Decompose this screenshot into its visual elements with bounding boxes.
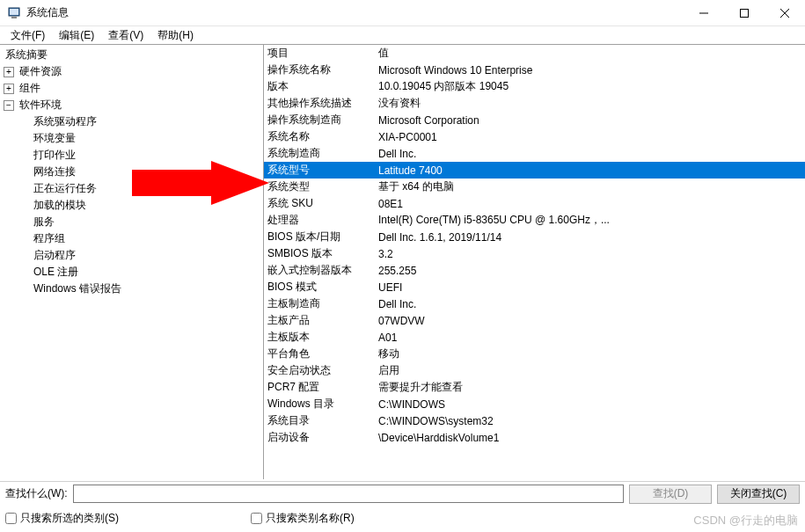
- tree-running-tasks[interactable]: 正在运行任务: [0, 180, 263, 197]
- detail-name: 系统目录: [267, 413, 378, 428]
- body-area: 系统摘要 + 硬件资源 + 组件 − 软件环境 系统驱动程序 环境变量 打印作业…: [0, 44, 805, 479]
- minimize-button[interactable]: [684, 0, 724, 26]
- detail-row[interactable]: 系统名称XIA-PC0001: [264, 128, 805, 145]
- detail-row[interactable]: 启动设备\Device\HarddiskVolume1: [264, 429, 805, 446]
- detail-row[interactable]: 系统制造商Dell Inc.: [264, 145, 805, 162]
- detail-value: Microsoft Corporation: [378, 114, 805, 127]
- detail-row[interactable]: 安全启动状态启用: [264, 362, 805, 379]
- menu-file[interactable]: 文件(F): [4, 26, 52, 45]
- cb-selected-only[interactable]: [5, 513, 17, 524]
- expand-icon[interactable]: +: [4, 67, 14, 77]
- menu-view[interactable]: 查看(V): [101, 26, 150, 45]
- find-button[interactable]: 查找(D): [629, 485, 712, 504]
- detail-name: 处理器: [267, 213, 378, 228]
- detail-row[interactable]: 处理器Intel(R) Core(TM) i5-8365U CPU @ 1.60…: [264, 212, 805, 229]
- window-title: 系统信息: [26, 5, 684, 20]
- detail-name: 启动设备: [267, 430, 378, 445]
- tree-env-vars[interactable]: 环境变量: [0, 130, 263, 147]
- tree-label: 组件: [18, 80, 42, 97]
- detail-name: 操作系统名称: [267, 62, 378, 77]
- detail-row[interactable]: 平台角色移动: [264, 346, 805, 362]
- detail-row[interactable]: 操作系统名称Microsoft Windows 10 Enterprise: [264, 62, 805, 78]
- detail-name: 系统名称: [267, 129, 378, 144]
- detail-name: 安全启动状态: [267, 363, 378, 378]
- tree-startup-programs[interactable]: 启动程序: [0, 247, 263, 264]
- expand-icon[interactable]: +: [4, 84, 14, 94]
- tree-net-conn[interactable]: 网络连接: [0, 164, 263, 180]
- detail-value: 10.0.19045 内部版本 19045: [378, 79, 805, 94]
- tree-ole-reg[interactable]: OLE 注册: [0, 264, 263, 281]
- svg-rect-4: [741, 10, 749, 18]
- details-list[interactable]: 项目 值 操作系统名称Microsoft Windows 10 Enterpri…: [264, 45, 805, 479]
- detail-row[interactable]: 版本10.0.19045 内部版本 19045: [264, 78, 805, 95]
- close-button[interactable]: [765, 0, 805, 26]
- detail-row[interactable]: 主板产品07WDVW: [264, 312, 805, 329]
- detail-row[interactable]: 系统目录C:\WINDOWS\system32: [264, 412, 805, 429]
- search-input[interactable]: [73, 485, 624, 503]
- detail-name: 系统制造商: [267, 146, 378, 161]
- tree-pane[interactable]: 系统摘要 + 硬件资源 + 组件 − 软件环境 系统驱动程序 环境变量 打印作业…: [0, 45, 264, 479]
- details-header[interactable]: 项目 值: [264, 45, 805, 62]
- detail-row[interactable]: 操作系统制造商Microsoft Corporation: [264, 112, 805, 128]
- tree-win-err-report[interactable]: Windows 错误报告: [0, 281, 263, 297]
- detail-row[interactable]: Windows 目录C:\WINDOWS: [264, 396, 805, 412]
- detail-row[interactable]: BIOS 版本/日期Dell Inc. 1.6.1, 2019/11/14: [264, 229, 805, 245]
- tree-sys-drivers[interactable]: 系统驱动程序: [0, 113, 263, 130]
- svg-rect-1: [10, 9, 18, 15]
- detail-row[interactable]: 系统类型基于 x64 的电脑: [264, 179, 805, 195]
- detail-row[interactable]: 系统 SKU08E1: [264, 195, 805, 212]
- detail-name: 主板版本: [267, 330, 378, 345]
- detail-value: Microsoft Windows 10 Enterprise: [378, 64, 805, 77]
- detail-name: 嵌入式控制器版本: [267, 263, 378, 278]
- detail-row[interactable]: PCR7 配置需要提升才能查看: [264, 379, 805, 396]
- detail-row[interactable]: 嵌入式控制器版本255.255: [264, 262, 805, 279]
- detail-value: \Device\HarddiskVolume1: [378, 432, 805, 444]
- menu-edit[interactable]: 编辑(E): [52, 26, 101, 45]
- detail-row[interactable]: BIOS 模式UEFI: [264, 279, 805, 295]
- close-find-button[interactable]: 关闭查找(C): [717, 485, 800, 504]
- tree-print-jobs[interactable]: 打印作业: [0, 147, 263, 164]
- detail-name: PCR7 配置: [267, 380, 378, 395]
- window-controls: [684, 0, 805, 26]
- detail-value: 启用: [378, 363, 805, 378]
- cb-selected-only-label: 只搜索所选的类别(S): [20, 511, 119, 526]
- detail-name: Windows 目录: [267, 397, 378, 412]
- tree-software-env[interactable]: − 软件环境: [0, 97, 263, 113]
- detail-name: 操作系统制造商: [267, 113, 378, 128]
- detail-value: UEFI: [378, 281, 805, 294]
- detail-name: 系统型号: [267, 163, 378, 178]
- cb-names-only-label: 只搜索类别名称(R): [266, 511, 355, 526]
- detail-row[interactable]: 其他操作系统描述没有资料: [264, 95, 805, 112]
- detail-row[interactable]: 系统型号Latitude 7400: [264, 162, 805, 179]
- cb-names-only-wrap[interactable]: 只搜索类别名称(R): [251, 511, 355, 526]
- tree-label: 硬件资源: [18, 63, 63, 80]
- detail-value: 3.2: [378, 248, 805, 260]
- detail-name: BIOS 模式: [267, 280, 378, 295]
- svg-rect-2: [11, 17, 17, 18]
- collapse-icon[interactable]: −: [4, 100, 14, 111]
- detail-value: 没有资料: [378, 96, 805, 111]
- detail-value: 255.255: [378, 265, 805, 277]
- maximize-button[interactable]: [724, 0, 765, 26]
- cb-names-only[interactable]: [251, 513, 262, 524]
- tree-hardware[interactable]: + 硬件资源: [0, 63, 263, 80]
- detail-name: 系统 SKU: [267, 196, 378, 211]
- detail-value: Dell Inc.: [378, 298, 805, 310]
- tree-services[interactable]: 服务: [0, 214, 263, 230]
- detail-name: 其他操作系统描述: [267, 96, 378, 111]
- detail-row[interactable]: SMBIOS 版本3.2: [264, 245, 805, 262]
- detail-row[interactable]: 主板制造商Dell Inc.: [264, 295, 805, 312]
- tree-components[interactable]: + 组件: [0, 80, 263, 97]
- search-label: 查找什么(W):: [5, 486, 68, 501]
- detail-value: Dell Inc. 1.6.1, 2019/11/14: [378, 231, 805, 244]
- tree-loaded-modules[interactable]: 加载的模块: [0, 197, 263, 214]
- menu-help[interactable]: 帮助(H): [150, 26, 201, 45]
- title-bar: 系统信息: [0, 0, 805, 26]
- detail-value: A01: [378, 332, 805, 344]
- detail-row[interactable]: 主板版本A01: [264, 329, 805, 346]
- cb-selected-only-wrap[interactable]: 只搜索所选的类别(S): [5, 511, 119, 526]
- detail-name: 平台角色: [267, 346, 378, 361]
- tree-system-summary[interactable]: 系统摘要: [0, 47, 263, 63]
- tree-program-groups[interactable]: 程序组: [0, 230, 263, 247]
- detail-value: 基于 x64 的电脑: [378, 179, 805, 194]
